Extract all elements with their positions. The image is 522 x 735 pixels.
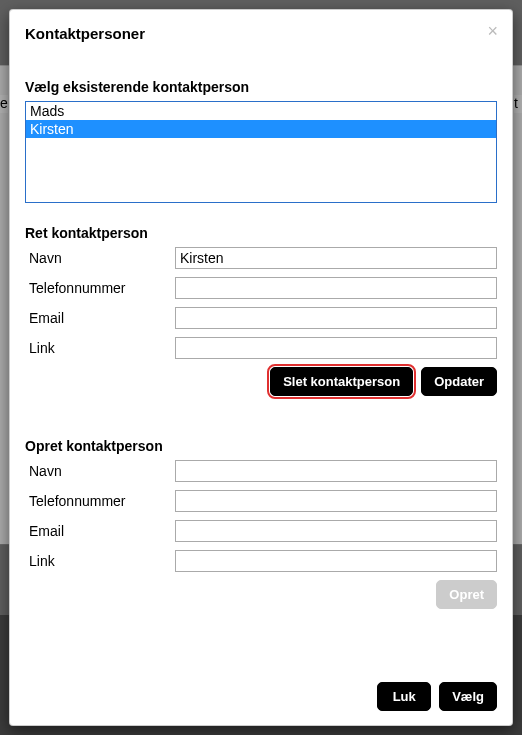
modal-header: Kontaktpersoner × (10, 10, 512, 57)
edit-name-label: Navn (25, 250, 175, 266)
create-name-input[interactable] (175, 460, 497, 482)
select-existing-label: Vælg eksisterende kontaktperson (25, 79, 497, 95)
contact-option[interactable]: Kirsten (26, 120, 496, 138)
create-phone-input[interactable] (175, 490, 497, 512)
modal-body: Vælg eksisterende kontaktperson MadsKirs… (10, 57, 512, 668)
edit-contact-section: Ret kontaktperson Navn Telefonnummer Ema… (25, 225, 497, 396)
create-phone-row: Telefonnummer (25, 490, 497, 512)
close-button[interactable]: Luk (377, 682, 431, 711)
create-phone-label: Telefonnummer (25, 493, 175, 509)
edit-link-row: Link (25, 337, 497, 359)
create-link-label: Link (25, 553, 175, 569)
edit-phone-row: Telefonnummer (25, 277, 497, 299)
edit-email-label: Email (25, 310, 175, 326)
create-contact-section: Opret kontaktperson Navn Telefonnummer E… (25, 438, 497, 609)
create-button-row: Opret (25, 580, 497, 609)
close-icon[interactable]: × (487, 22, 498, 40)
edit-link-input[interactable] (175, 337, 497, 359)
update-contact-button[interactable]: Opdater (421, 367, 497, 396)
edit-link-label: Link (25, 340, 175, 356)
contact-option[interactable]: Mads (26, 102, 496, 120)
edit-name-input[interactable] (175, 247, 497, 269)
create-email-row: Email (25, 520, 497, 542)
delete-contact-button[interactable]: Slet kontaktperson (270, 367, 413, 396)
edit-email-row: Email (25, 307, 497, 329)
create-link-row: Link (25, 550, 497, 572)
select-button[interactable]: Vælg (439, 682, 497, 711)
edit-contact-label: Ret kontaktperson (25, 225, 497, 241)
create-name-row: Navn (25, 460, 497, 482)
create-name-label: Navn (25, 463, 175, 479)
edit-phone-input[interactable] (175, 277, 497, 299)
edit-button-row: Slet kontaktperson Opdater (25, 367, 497, 396)
edit-email-input[interactable] (175, 307, 497, 329)
contact-listbox[interactable]: MadsKirsten (25, 101, 497, 203)
create-contact-label: Opret kontaktperson (25, 438, 497, 454)
edit-name-row: Navn (25, 247, 497, 269)
create-email-label: Email (25, 523, 175, 539)
create-link-input[interactable] (175, 550, 497, 572)
edit-phone-label: Telefonnummer (25, 280, 175, 296)
modal-footer: Luk Vælg (10, 668, 512, 725)
modal-title: Kontaktpersoner (25, 25, 497, 42)
create-contact-button[interactable]: Opret (436, 580, 497, 609)
create-email-input[interactable] (175, 520, 497, 542)
contact-persons-modal: Kontaktpersoner × Vælg eksisterende kont… (9, 9, 513, 726)
